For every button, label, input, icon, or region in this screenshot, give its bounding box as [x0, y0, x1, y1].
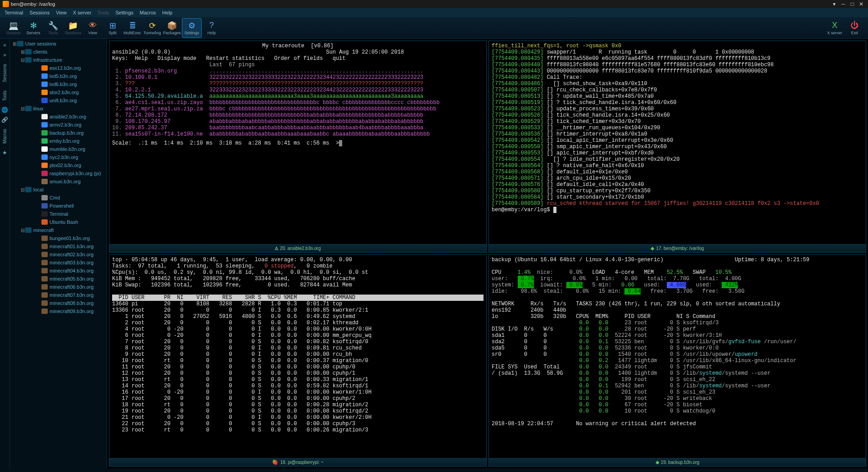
tree-host-unifi-b3n-org[interactable]: unifi.b3n.org: [10, 96, 107, 104]
window-titlebar: ben@emby: /var/log ▾ ─ □ ✕: [0, 0, 868, 8]
toolbar-x server[interactable]: XX server: [825, 18, 845, 38]
pane-top-right[interactable]: ffies_till_next_fqs=1, root ->qsmask 0x0…: [488, 41, 866, 253]
menu-settings[interactable]: Settings: [116, 10, 134, 15]
tree-host-pbx02-b3n-org[interactable]: pbx02.b3n.org: [10, 161, 107, 169]
pane-tab-br[interactable]: ◆19. backup.b3n.org: [489, 458, 866, 466]
toolbar-help[interactable]: ?Help: [202, 18, 222, 38]
rail-tab-macros[interactable]: Macros: [2, 129, 7, 144]
pane-tab-tr[interactable]: ◆17. ben@emby: /var/log: [489, 244, 866, 252]
tree-folder-minecraft[interactable]: ⊟minecraft: [10, 226, 107, 234]
tree-host-minecraft04-b3n-org[interactable]: minecraft04.b3n.org: [10, 267, 107, 275]
toolbar-settings[interactable]: ⚙Settings: [182, 18, 202, 38]
menu-terminal[interactable]: Terminal: [5, 10, 23, 15]
tree-host-minecraft03-b3n-org[interactable]: minecraft03.b3n.org: [10, 259, 107, 267]
dropdown-icon[interactable]: ▾: [830, 1, 838, 7]
rail-globe-icon[interactable]: 🌐: [0, 105, 9, 114]
toolbar-split[interactable]: ⊞Split: [103, 18, 122, 38]
tree-folder-user-sessions[interactable]: ⊞User sessions: [10, 40, 107, 48]
tree-host-lxd6-b3n-org[interactable]: lxd6.b3n.org: [10, 80, 107, 88]
menubar: TerminalSessionsViewX serverToolsSetting…: [0, 8, 868, 17]
menu-tools[interactable]: Tools: [98, 10, 109, 15]
tree-folder-linux[interactable]: ⊟linux: [10, 104, 107, 113]
tree-host-minecraft01-b3n-org[interactable]: minecraft01.b3n.org: [10, 242, 107, 250]
tree-host-minecraft06-b3n-org[interactable]: minecraft06.b3n.org: [10, 283, 107, 291]
tree-host-minecraft02-b3n-org[interactable]: minecraft02.b3n.org: [10, 250, 107, 259]
tree-host-powershell[interactable]: Powershell: [10, 202, 107, 210]
toolbar-packages[interactable]: 📦Packages: [162, 18, 182, 38]
window-title: ben@emby: /var/log: [11, 1, 55, 7]
rail-star-icon[interactable]: ★: [0, 148, 9, 157]
maximize-button[interactable]: □: [848, 1, 856, 7]
app-icon: [3, 1, 9, 7]
menu-sessions[interactable]: Sessions: [30, 10, 50, 15]
toolbar-exit[interactable]: ⏻Exit: [845, 18, 864, 38]
rail-expand-icon[interactable]: »: [0, 50, 9, 59]
left-rail: « » Sessions Tools 🌐 🔗 Macros ★: [0, 39, 10, 468]
tree-host-cmd[interactable]: Cmd: [10, 194, 107, 202]
toolbar-tunneling[interactable]: ⟳Tunneling: [142, 18, 162, 38]
tree-host-backup-b3n-org[interactable]: backup.b3n.org: [10, 129, 107, 137]
tree-host-lxd5-b3n-org[interactable]: lxd5.b3n.org: [10, 72, 107, 80]
tree-host-armv2-b3n-org[interactable]: armv2.b3n.org: [10, 121, 107, 129]
menu-x-server[interactable]: X server: [73, 10, 91, 15]
minimize-button[interactable]: ─: [839, 1, 847, 7]
rail-tab-tools[interactable]: Tools: [2, 91, 7, 101]
rail-collapse-icon[interactable]: «: [0, 41, 9, 50]
menu-help[interactable]: Help: [162, 10, 172, 15]
tree-host-smuxi-b3n-org[interactable]: smuxi.b3n.org: [10, 177, 107, 186]
tree-folder-clients[interactable]: ⊞clients: [10, 48, 107, 56]
tree-host-esx12-b3n-org[interactable]: esx12.b3n.org: [10, 64, 107, 72]
tree-host-nyc2-b3n-org[interactable]: nyc2.b3n.org: [10, 153, 107, 161]
toolbar-view[interactable]: 👁View: [83, 18, 103, 38]
pane-tab-bl[interactable]: 🍓18. pi@raspberrypi: ~: [109, 458, 486, 466]
toolbar-tools[interactable]: 🔧Tools: [43, 18, 63, 38]
tree-host-mumble-b3n-org[interactable]: mumble.b3n.org: [10, 145, 107, 153]
menu-macros[interactable]: Macros: [140, 10, 156, 15]
tree-host-stor2-b3n-org[interactable]: stor2.b3n.org: [10, 88, 107, 96]
toolbar-multiexec[interactable]: ≣MultiExec: [122, 18, 142, 38]
toolbar-sessions[interactable]: 📁Sessions: [63, 18, 83, 38]
pane-bottom-right[interactable]: backup (Ubuntu 16.04 64bit / Linux 4.4.0…: [488, 254, 866, 467]
tree-host-minecraft07-b3n-org[interactable]: minecraft07.b3n.org: [10, 291, 107, 299]
tree-folder-local[interactable]: ⊟local: [10, 186, 107, 194]
tree-host-minecraft08-b3n-org[interactable]: minecraft08.b3n.org: [10, 299, 107, 307]
tree-host-raspberrypi-b3n-org-pi-[interactable]: raspberrypi.b3n.org (pi): [10, 169, 107, 177]
terminal-panes: My traceroute [v0.86]ansible2 (0.0.0.0) …: [107, 39, 868, 468]
toolbar-session[interactable]: 💻Session: [4, 18, 23, 38]
toolbar: 💻Session✻Servers🔧Tools📁Sessions👁View⊞Spl…: [0, 17, 868, 39]
tree-host-minecraft05-b3n-org[interactable]: minecraft05.b3n.org: [10, 275, 107, 283]
close-button[interactable]: ✕: [857, 1, 865, 7]
tree-host-ansible2-b3n-org[interactable]: ansible2.b3n.org: [10, 113, 107, 121]
rail-link-icon[interactable]: 🔗: [0, 115, 9, 124]
tree-folder-infrastructure[interactable]: ⊟infrastructure: [10, 56, 107, 64]
pane-tab-tl[interactable]: A20. ansible2.b3n.org: [109, 244, 486, 252]
pane-top-left[interactable]: My traceroute [v0.86]ansible2 (0.0.0.0) …: [109, 41, 487, 253]
tree-host-emby-b3n-org[interactable]: emby.b3n.org: [10, 137, 107, 145]
tree-host-bungee01-b3n-org[interactable]: bungee01.b3n.org: [10, 234, 107, 242]
tree-host-ubuntu-bash[interactable]: Ubuntu Bash: [10, 218, 107, 226]
tree-host-terminal[interactable]: Terminal: [10, 210, 107, 218]
pane-bottom-left[interactable]: top - 05:04:58 up 46 days, 9:45, 1 user,…: [109, 254, 487, 467]
tree-host-minecraft09-b3n-org[interactable]: minecraft09.b3n.org: [10, 307, 107, 315]
rail-tab-sessions[interactable]: Sessions: [2, 64, 7, 82]
sessions-tree[interactable]: ⊞User sessions⊞clients⊟infrastructureesx…: [10, 39, 107, 468]
menu-view[interactable]: View: [56, 10, 67, 15]
toolbar-servers[interactable]: ✻Servers: [23, 18, 43, 38]
